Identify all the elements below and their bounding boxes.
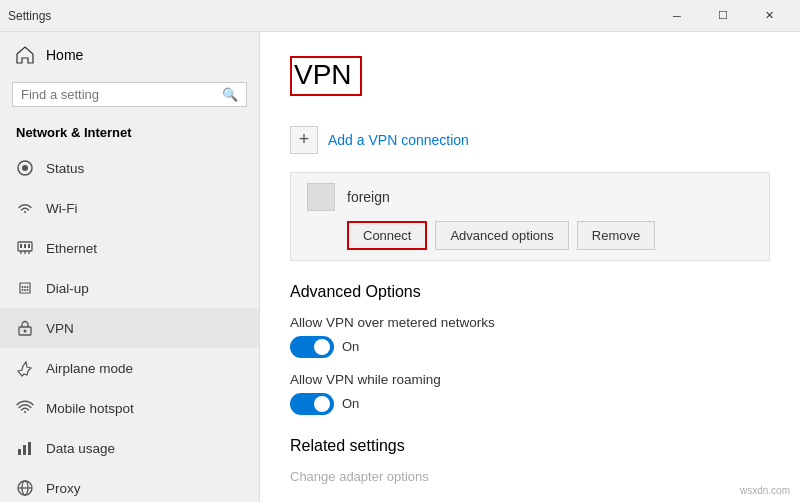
search-box: 🔍	[12, 82, 247, 107]
datausage-label: Data usage	[46, 441, 115, 456]
datausage-icon	[16, 439, 34, 457]
sidebar-item-airplane[interactable]: Airplane mode	[0, 348, 259, 388]
status-label: Status	[46, 161, 84, 176]
add-vpn-label: Add a VPN connection	[328, 132, 469, 148]
toggle-metered[interactable]	[290, 336, 334, 358]
sidebar-item-home[interactable]: Home	[0, 32, 259, 78]
sidebar-section-title: Network & Internet	[0, 119, 259, 148]
advanced-options-button[interactable]: Advanced options	[435, 221, 568, 250]
svg-point-7	[24, 286, 26, 288]
add-vpn-button[interactable]: + Add a VPN connection	[290, 116, 770, 164]
toggle-roaming-state: On	[342, 396, 359, 411]
search-icon: 🔍	[222, 87, 238, 102]
vpn-item-icon	[307, 183, 335, 211]
proxy-icon	[16, 479, 34, 497]
svg-point-9	[22, 289, 24, 291]
sidebar-item-vpn[interactable]: VPN	[0, 308, 259, 348]
app-body: Home 🔍 Network & Internet Status	[0, 32, 800, 502]
vpn-buttons: Connect Advanced options Remove	[347, 221, 753, 250]
ethernet-icon	[16, 239, 34, 257]
svg-rect-16	[28, 442, 31, 455]
home-label: Home	[46, 47, 83, 63]
sidebar-item-dialup[interactable]: Dial-up	[0, 268, 259, 308]
option-metered-label: Allow VPN over metered networks	[290, 315, 770, 330]
close-button[interactable]: ✕	[746, 0, 792, 32]
sidebar-item-ethernet[interactable]: Ethernet	[0, 228, 259, 268]
dialup-icon	[16, 279, 34, 297]
toggle-metered-state: On	[342, 339, 359, 354]
wifi-label: Wi-Fi	[46, 201, 77, 216]
svg-rect-14	[18, 449, 21, 455]
airplane-icon	[16, 359, 34, 377]
sidebar-item-wifi[interactable]: Wi-Fi	[0, 188, 259, 228]
vpn-connection-item: foreign Connect Advanced options Remove	[290, 172, 770, 261]
option-row-metered: Allow VPN over metered networks On	[290, 315, 770, 358]
svg-rect-5	[28, 244, 30, 248]
ethernet-label: Ethernet	[46, 241, 97, 256]
title-bar-controls: ─ ☐ ✕	[654, 0, 792, 32]
svg-point-1	[22, 165, 28, 171]
add-icon: +	[290, 126, 318, 154]
svg-rect-15	[23, 445, 26, 455]
toggle-row-roaming: On	[290, 393, 770, 415]
wifi-icon	[16, 199, 34, 217]
sidebar-item-status[interactable]: Status	[0, 148, 259, 188]
sidebar-item-proxy[interactable]: Proxy	[0, 468, 259, 502]
vpn-item-name-row: foreign	[307, 183, 753, 211]
hotspot-label: Mobile hotspot	[46, 401, 134, 416]
toggle-roaming[interactable]	[290, 393, 334, 415]
proxy-label: Proxy	[46, 481, 81, 496]
option-row-roaming: Allow VPN while roaming On	[290, 372, 770, 415]
option-roaming-label: Allow VPN while roaming	[290, 372, 770, 387]
airplane-label: Airplane mode	[46, 361, 133, 376]
sidebar-item-hotspot[interactable]: Mobile hotspot	[0, 388, 259, 428]
title-bar: Settings ─ ☐ ✕	[0, 0, 800, 32]
sidebar: Home 🔍 Network & Internet Status	[0, 32, 260, 502]
sidebar-item-datausage[interactable]: Data usage	[0, 428, 259, 468]
page-title: VPN	[290, 56, 362, 96]
svg-rect-4	[24, 244, 26, 248]
svg-rect-3	[20, 244, 22, 248]
related-section-title: Related settings	[290, 437, 770, 455]
remove-button[interactable]: Remove	[577, 221, 655, 250]
watermark: wsxdn.com	[740, 485, 790, 496]
svg-point-10	[24, 289, 26, 291]
svg-point-13	[24, 330, 27, 333]
svg-point-8	[27, 286, 29, 288]
svg-point-6	[22, 286, 24, 288]
home-icon	[16, 46, 34, 64]
connect-button[interactable]: Connect	[347, 221, 427, 250]
toggle-row-metered: On	[290, 336, 770, 358]
svg-point-11	[27, 289, 29, 291]
advanced-section-title: Advanced Options	[290, 283, 770, 301]
dialup-label: Dial-up	[46, 281, 89, 296]
vpn-icon	[16, 319, 34, 337]
minimize-button[interactable]: ─	[654, 0, 700, 32]
vpn-connection-name: foreign	[347, 189, 390, 205]
title-bar-text: Settings	[8, 9, 654, 23]
maximize-button[interactable]: ☐	[700, 0, 746, 32]
search-input[interactable]	[21, 87, 222, 102]
change-adapter-link[interactable]: Change adapter options	[290, 469, 770, 484]
main-content: VPN + Add a VPN connection foreign Conne…	[260, 32, 800, 502]
vpn-label: VPN	[46, 321, 74, 336]
hotspot-icon	[16, 399, 34, 417]
status-icon	[16, 159, 34, 177]
